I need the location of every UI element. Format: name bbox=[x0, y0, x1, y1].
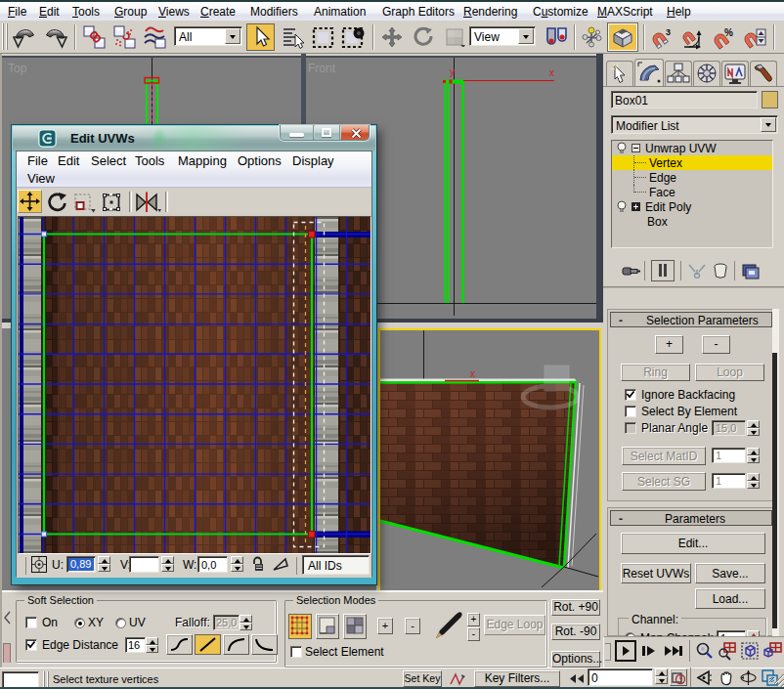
svg-text:x: x bbox=[549, 67, 554, 78]
svg-text:y: y bbox=[450, 66, 455, 77]
svg-text:x: x bbox=[470, 368, 475, 379]
svg-text:%: % bbox=[724, 27, 733, 38]
svg-text:3: 3 bbox=[666, 27, 671, 37]
